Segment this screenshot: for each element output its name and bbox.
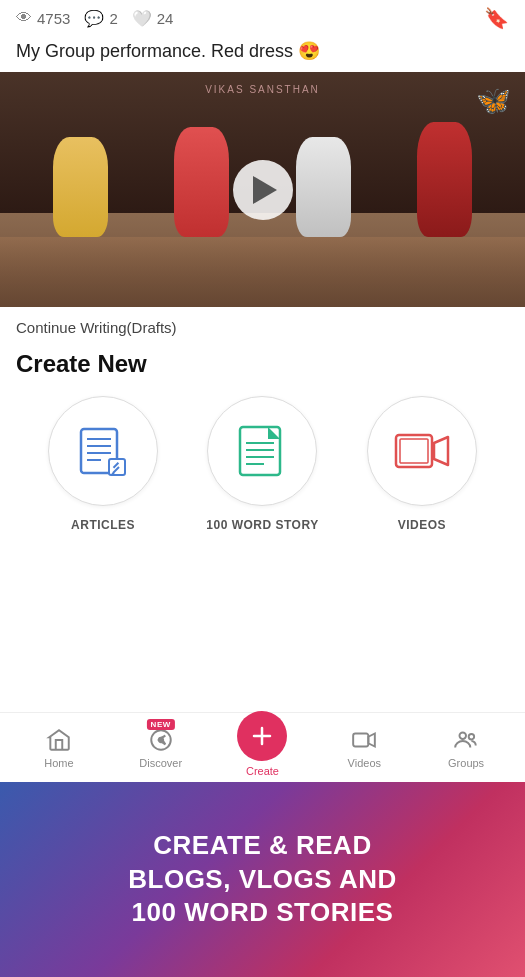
views-stat: 👁 4753 (16, 9, 70, 27)
dancer-1 (53, 137, 108, 237)
comments-stat: 💬 2 (84, 9, 117, 28)
svg-point-25 (460, 732, 467, 739)
stage-lights (0, 237, 525, 308)
nav-groups-label: Groups (448, 757, 484, 769)
likes-count: 24 (157, 10, 174, 27)
nav-groups[interactable]: Groups (415, 727, 517, 769)
svg-point-7 (112, 473, 115, 476)
butterfly-icon: 🦋 (476, 84, 511, 117)
bottom-nav: Home NEW Discover Create Videos (0, 712, 525, 782)
create-articles-option[interactable]: ARTICLES (48, 396, 158, 532)
svg-marker-24 (369, 733, 376, 746)
stats-bar: 👁 4753 💬 2 🤍 24 🔖 (0, 0, 525, 38)
svg-marker-17 (434, 437, 448, 465)
svg-point-26 (469, 734, 474, 739)
bottom-banner: CREATE & READBLOGS, VLOGS AND100 WORD ST… (0, 782, 525, 977)
home-icon (46, 727, 72, 753)
story-circle (207, 396, 317, 506)
svg-point-20 (159, 737, 163, 741)
discover-icon (148, 727, 174, 753)
banner-headline: CREATE & READBLOGS, VLOGS AND100 WORD ST… (128, 829, 397, 930)
svg-rect-23 (353, 733, 368, 746)
videos-nav-icon (351, 727, 377, 753)
nav-home-label: Home (44, 757, 73, 769)
create-new-title: Create New (16, 350, 509, 378)
views-count: 4753 (37, 10, 70, 27)
eye-icon: 👁 (16, 9, 32, 27)
new-badge: NEW (147, 719, 175, 730)
nav-home[interactable]: Home (8, 727, 110, 769)
plus-icon (248, 722, 276, 750)
dancer-2 (174, 127, 229, 237)
video-thumbnail[interactable]: VIKAS SANSTHAN 🦋 (0, 72, 525, 307)
articles-label: ARTICLES (71, 518, 135, 532)
create-story-option[interactable]: 100 WORD STORY (206, 396, 318, 532)
create-videos-option[interactable]: VIDEOS (367, 396, 477, 532)
play-button[interactable] (233, 160, 293, 220)
create-button[interactable] (237, 711, 287, 761)
groups-icon (453, 727, 479, 753)
create-new-section: Create New ARTICLES (0, 342, 525, 532)
svg-rect-5 (109, 459, 125, 475)
post-title: My Group performance. Red dress 😍 (0, 38, 525, 72)
play-triangle (253, 176, 277, 204)
videos-icon (394, 427, 450, 475)
articles-icon (77, 423, 129, 479)
nav-videos[interactable]: Videos (313, 727, 415, 769)
bookmark-icon[interactable]: 🔖 (484, 6, 509, 30)
articles-circle (48, 396, 158, 506)
videos-label: VIDEOS (398, 518, 446, 532)
comments-count: 2 (109, 10, 117, 27)
story-icon (238, 423, 286, 479)
comment-icon: 💬 (84, 9, 104, 28)
nav-discover[interactable]: NEW Discover (110, 727, 212, 769)
stage-banner: VIKAS SANSTHAN (205, 84, 320, 95)
likes-stat: 🤍 24 (132, 9, 174, 28)
continue-writing-link[interactable]: Continue Writing(Drafts) (0, 307, 525, 342)
nav-videos-label: Videos (348, 757, 381, 769)
dancer-4 (417, 122, 472, 237)
svg-rect-16 (400, 439, 428, 463)
videos-circle (367, 396, 477, 506)
heart-icon: 🤍 (132, 9, 152, 28)
nav-create-label: Create (246, 765, 279, 777)
create-options-list: ARTICLES 100 WORD STORY (16, 396, 509, 532)
nav-discover-label: Discover (139, 757, 182, 769)
nav-create[interactable]: Create (212, 719, 314, 777)
story-label: 100 WORD STORY (206, 518, 318, 532)
dancer-3 (296, 137, 351, 237)
